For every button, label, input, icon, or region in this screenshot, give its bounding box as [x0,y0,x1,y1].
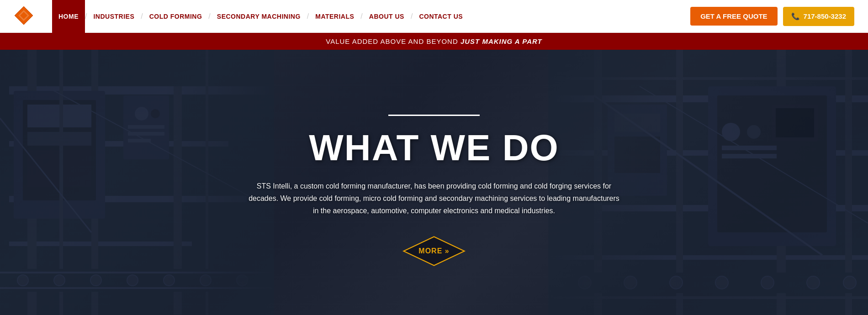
nav-home[interactable]: HOME [52,0,85,33]
phone-button[interactable]: 📞 717-850-3232 [783,7,854,26]
hero-title: WHAT WE DO [247,130,621,166]
nav-materials[interactable]: MATERIALS [309,0,360,33]
hero-divider [388,115,480,116]
get-quote-button[interactable]: GET A FREE QUOTE [690,7,777,26]
banner-text-bold: JUST MAKING A PART [460,37,542,45]
more-button[interactable]: MORE » [402,235,466,267]
nav-industries[interactable]: INDUSTRIES [87,0,141,33]
value-banner: VALUE ADDED ABOVE AND BEYOND JUST MAKING… [0,33,868,50]
nav-secondary-machining[interactable]: SECONDARY MACHINING [211,0,307,33]
navbar-actions: GET A FREE QUOTE 📞 717-850-3232 [690,7,854,26]
banner-text-normal: VALUE ADDED ABOVE AND BEYOND [326,37,460,45]
phone-icon: 📞 [791,12,800,21]
hero-section: WHAT WE DO STS Intelli, a custom cold fo… [0,50,868,315]
navbar: HOME / INDUSTRIES / COLD FORMING / SECON… [0,0,868,33]
hero-description: STS Intelli, a custom cold forming manuf… [247,180,621,217]
nav-contact[interactable]: CONTACT US [413,0,469,33]
nav-about[interactable]: ABOUT US [363,0,411,33]
nav-cold-forming[interactable]: COLD FORMING [143,0,209,33]
more-button-wrap: MORE » [247,235,621,267]
phone-number: 717-850-3232 [804,12,846,20]
nav-menu: HOME / INDUSTRIES / COLD FORMING / SECON… [52,0,690,33]
hero-content: WHAT WE DO STS Intelli, a custom cold fo… [228,115,640,268]
more-button-label: MORE » [418,247,449,255]
logo[interactable] [14,5,34,27]
